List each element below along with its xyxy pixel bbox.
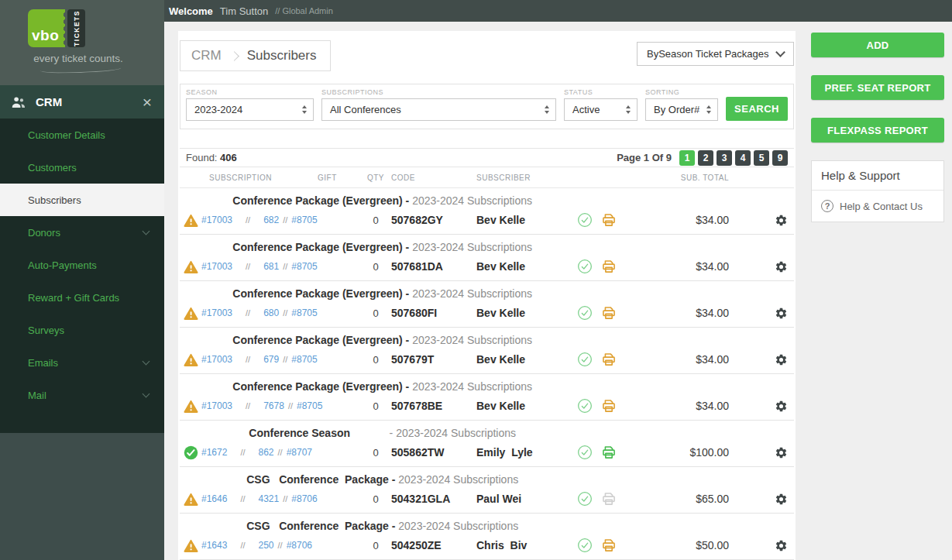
subscription-link[interactable]: 680 [263,307,279,318]
sidebar-item-mail[interactable]: Mail [0,379,164,411]
printer-icon[interactable] [601,398,617,414]
order-link[interactable]: #17003 [201,400,232,411]
sidebar-item-reward-gift-cards[interactable]: Reward + Gift Cards [0,281,164,314]
subscription-link[interactable]: 7678 [263,400,284,411]
package-link[interactable]: #8706 [287,540,312,551]
gear-icon[interactable] [775,307,788,320]
order-link[interactable]: #1672 [201,447,227,458]
subscription-title-season: 2023-2024 Subscriptions [398,520,518,532]
breadcrumb-root[interactable]: CRM [191,48,222,64]
gear-icon[interactable] [775,400,788,413]
status-select[interactable]: Active [564,98,638,121]
sidebar-item-label: Auto-Payments [28,259,97,271]
subscription-link[interactable]: 250 [259,540,274,551]
printer-icon[interactable] [601,491,617,507]
gear-icon[interactable] [775,493,788,506]
help-contact-us-link[interactable]: ? Help & Contact Us [812,191,943,222]
id-separator: // [278,541,283,550]
question-mark-icon: ? [821,200,833,212]
gear-icon[interactable] [775,539,788,552]
printer-icon[interactable] [601,305,617,321]
package-link[interactable]: #8705 [291,307,317,318]
order-link[interactable]: #1646 [201,493,227,504]
subscription-title-season: 2023-2024 Subscriptions [398,473,518,486]
sub-total-value: $34.00 [643,214,732,226]
printer-icon[interactable] [601,259,617,274]
pagination-page-4[interactable]: 4 [735,150,751,166]
row-status-cell [180,400,201,413]
order-link[interactable]: #17003 [201,307,232,318]
printer-icon[interactable] [601,445,617,460]
subscription-ids: #17003//679//#8705 [201,354,318,365]
sidebar-item-auto-payments[interactable]: Auto-Payments [0,249,164,281]
subscription-ids: #1643//250//#8706 [201,540,318,551]
sidebar-section-header: CRM × [0,85,164,119]
content-panel: CRM Subscribers BySeason Ticket Packages… [178,31,796,560]
package-link[interactable]: #8705 [291,261,317,272]
subscription-link[interactable]: 682 [263,215,279,225]
code-cell: 507682GY [391,214,476,226]
sidebar-item-donors[interactable]: Donors [0,216,164,249]
package-link[interactable]: #8705 [291,215,317,225]
sidebar-item-customer-details[interactable]: Customer Details [0,119,164,151]
gear-icon[interactable] [775,260,788,273]
package-link[interactable]: #8705 [291,354,317,365]
subscriptions-select[interactable]: All Conferences [321,98,556,121]
close-icon[interactable]: × [143,94,152,110]
sidebar-item-label: Customer Details [28,129,105,141]
subscriptions-filter-label: SUBSCRIPTIONS [321,88,556,96]
gear-icon[interactable] [775,214,788,227]
confirmed-check-icon [577,398,593,414]
warning-icon [184,214,198,227]
search-button[interactable]: SEARCH [726,97,788,121]
order-link[interactable]: #17003 [201,261,232,272]
order-link[interactable]: #17003 [201,354,232,365]
col-header-sub-total: SUB. TOTAL [643,173,732,182]
sorting-select-value: By Order# [654,104,699,115]
add-button[interactable]: ADD [811,33,944,57]
row-indicators [577,538,643,553]
printer-icon[interactable] [601,352,617,367]
gear-icon[interactable] [775,353,788,366]
view-mode-dropdown[interactable]: BySeason Ticket Packages [637,42,794,66]
qty-cell: 0 [360,215,391,226]
sidebar-item-emails[interactable]: Emails [0,346,164,379]
content-header: CRM Subscribers BySeason Ticket Packages [180,40,794,71]
row-actions [732,400,794,413]
printer-icon[interactable] [601,538,617,553]
filter-bar: SEASON 2023-2024 SUBSCRIPTIONS All Confe… [180,84,794,129]
status-filter-group: STATUS Active [564,88,638,121]
subscription-link[interactable]: 681 [263,261,279,272]
table-row: Conference Package (Evergreen) - 2023-20… [180,194,794,235]
pagination-page-1[interactable]: 1 [679,150,695,166]
col-header-code: CODE [391,173,476,182]
subscription-link[interactable]: 679 [263,354,279,365]
flexpass-report-button[interactable]: FLEXPASS REPORT [811,118,944,143]
pref-seat-report-button[interactable]: PREF. SEAT REPORT [811,75,944,100]
subscription-link[interactable]: 862 [259,447,274,458]
sidebar-item-customers[interactable]: Customers [0,151,164,184]
pagination-page-5[interactable]: 5 [754,150,769,166]
user-name[interactable]: Tim Sutton [220,5,268,17]
printer-icon[interactable] [601,212,617,228]
sidebar-item-subscribers[interactable]: Subscribers [0,184,164,216]
pagination-page-3[interactable]: 3 [717,150,732,166]
sorting-select[interactable]: By Order# [645,98,718,121]
sidebar-item-surveys[interactable]: Surveys [0,314,164,346]
pagination-page-9[interactable]: 9 [772,150,788,166]
row-actions [732,260,794,273]
row-actions [732,539,794,552]
season-select[interactable]: 2023-2024 [186,98,314,121]
package-link[interactable]: #8705 [297,400,322,411]
package-link[interactable]: #8706 [291,493,317,504]
pagination-page-2[interactable]: 2 [698,150,713,166]
subscription-title-name: Conference Package (Evergreen) - [232,287,409,300]
subscription-link[interactable]: 4321 [259,493,280,504]
package-link[interactable]: #8707 [287,447,312,458]
gear-icon[interactable] [775,446,788,459]
table-row: CSG Conference Package - 2023-2024 Subsc… [180,472,794,514]
order-link[interactable]: #17003 [201,215,232,225]
id-separator: // [283,262,287,271]
qty-cell: 0 [360,493,391,505]
order-link[interactable]: #1643 [201,540,227,551]
